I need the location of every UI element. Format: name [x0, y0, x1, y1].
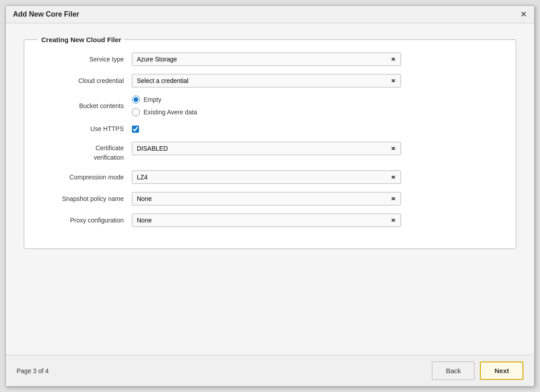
proxy-config-control: None	[132, 213, 502, 227]
cert-verification-control: DISABLED ENABLED	[132, 142, 502, 155]
cloud-credential-select[interactable]: Select a credential	[132, 74, 401, 87]
bucket-contents-control: Empty Existing Avere data	[132, 96, 502, 116]
snapshot-policy-row: Snapshot policy name None	[33, 192, 502, 205]
bucket-contents-existing-option[interactable]: Existing Avere data	[132, 108, 502, 116]
use-https-checkbox[interactable]	[132, 126, 139, 133]
use-https-row: Use HTTPS	[33, 124, 502, 134]
dialog-body: Creating New Cloud Filer Service type Az…	[6, 23, 534, 355]
proxy-config-label: Proxy configuration	[33, 216, 132, 225]
cloud-credential-label: Cloud credential	[33, 76, 132, 86]
cert-verification-row: Certificateverification DISABLED ENABLED	[33, 142, 502, 162]
cloud-credential-control: Select a credential	[132, 74, 502, 87]
footer-buttons: Back Next	[432, 362, 523, 380]
cert-verification-select[interactable]: DISABLED ENABLED	[132, 142, 401, 155]
service-type-row: Service type Azure Storage Amazon S3 Goo…	[33, 52, 502, 66]
back-button[interactable]: Back	[432, 362, 475, 380]
bucket-contents-empty-label: Empty	[144, 96, 161, 103]
compression-mode-control: LZ4 None LZMA	[132, 170, 502, 184]
bucket-contents-label: Bucket contents	[33, 101, 132, 111]
dialog-footer: Page 3 of 4 Back Next	[6, 355, 534, 386]
use-https-control	[132, 126, 502, 133]
bucket-contents-existing-radio[interactable]	[132, 108, 140, 116]
close-button[interactable]: ✕	[520, 10, 527, 18]
service-type-select[interactable]: Azure Storage Amazon S3 Google Cloud Sto…	[132, 52, 401, 66]
add-core-filer-dialog: Add New Core Filer ✕ Creating New Cloud …	[5, 5, 535, 387]
bucket-contents-empty-radio[interactable]	[132, 96, 140, 104]
bucket-contents-row: Bucket contents Empty Existing Avere dat…	[33, 96, 502, 116]
bucket-contents-existing-label: Existing Avere data	[144, 109, 197, 116]
dialog-title: Add New Core Filer	[13, 10, 79, 18]
cert-verification-label: Certificateverification	[33, 142, 132, 162]
page-info: Page 3 of 4	[17, 367, 49, 375]
section-legend: Creating New Cloud Filer	[38, 36, 125, 44]
compression-mode-label: Compression mode	[33, 173, 132, 182]
cloud-credential-row: Cloud credential Select a credential	[33, 74, 502, 87]
snapshot-policy-select[interactable]: None	[132, 192, 401, 205]
bucket-contents-empty-option[interactable]: Empty	[132, 96, 502, 104]
proxy-config-row: Proxy configuration None	[33, 213, 502, 227]
dialog-header: Add New Core Filer ✕	[6, 6, 534, 23]
service-type-control: Azure Storage Amazon S3 Google Cloud Sto…	[132, 52, 502, 66]
compression-mode-row: Compression mode LZ4 None LZMA	[33, 170, 502, 184]
service-type-label: Service type	[33, 55, 132, 64]
cloud-filer-section: Creating New Cloud Filer Service type Az…	[24, 36, 516, 249]
snapshot-policy-label: Snapshot policy name	[33, 194, 132, 204]
next-button[interactable]: Next	[480, 362, 523, 380]
snapshot-policy-control: None	[132, 192, 502, 205]
use-https-label: Use HTTPS	[33, 124, 132, 134]
proxy-config-select[interactable]: None	[132, 213, 401, 227]
compression-mode-select[interactable]: LZ4 None LZMA	[132, 170, 401, 184]
